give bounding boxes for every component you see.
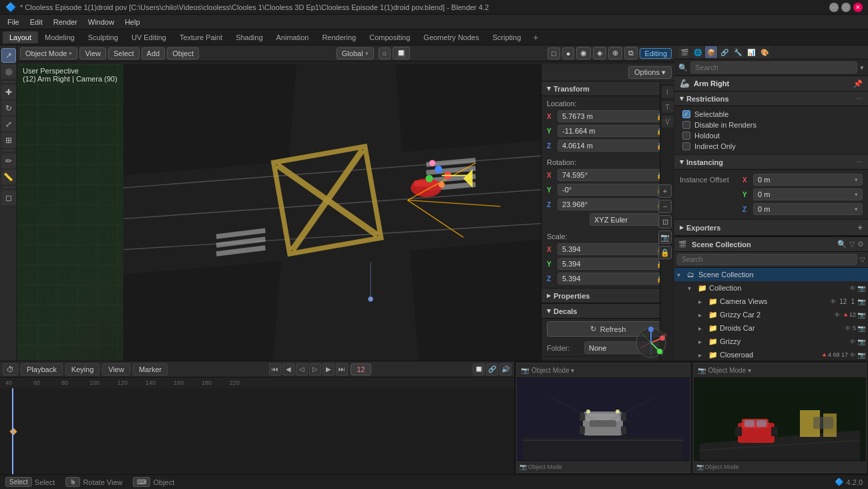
droidscar-eye-icon[interactable]: 👁 [845,325,851,332]
prop-icon-modifier[interactable]: 🔧 [732,46,744,58]
add-workspace-button[interactable]: + [527,30,544,45]
outliner-camera-views[interactable]: ▸ 📁 Camera Views 👁 12 1 📷 [674,295,868,308]
exporters-header[interactable]: ▸ Exporters + [674,220,868,236]
close-button[interactable]: ✕ [853,3,863,12]
viewport-shading-solid[interactable]: ● [562,47,575,59]
grizzycar-cam-icon[interactable]: 📷 [857,311,865,319]
menu-help[interactable]: Help [120,17,145,27]
outliner-closeroad[interactable]: ▸ 📁 Closeroad 🔺4 68 17 👁 📷 [674,348,868,361]
camviews-camera-icon[interactable]: 📷 [857,298,865,305]
location-z-input[interactable]: 4.0614 m 🔒 [558,140,669,152]
collection-hide-icon[interactable]: 👁 [849,285,856,292]
sc-settings-icon[interactable]: ⚙ [857,240,864,249]
sc-search-icon[interactable]: 🔍 [837,240,847,249]
tl-snap-btn[interactable]: 🔲 [473,363,485,375]
decals-header[interactable]: ▾ Decals ⋯ [541,304,674,319]
add-menu-button[interactable]: Add [142,47,166,59]
tab-rendering[interactable]: Rendering [315,31,363,43]
select-menu-button[interactable]: Select [108,47,140,59]
properties-options-button[interactable]: Options ▾ [628,66,672,79]
global-transform-button[interactable]: Global ▾ [337,47,374,59]
instancing-header[interactable]: ▾ Instancing ⋯ [674,155,868,170]
menu-render[interactable]: Render [49,17,82,27]
camera-preview-1[interactable]: 📷 Object Mode ▾ [516,363,690,473]
snap-button[interactable]: 🔲 [393,47,410,59]
next-frame-button[interactable]: ▶ [322,363,335,375]
scale-tool-button[interactable]: ⤢ [1,117,16,132]
grizzy-cam-icon[interactable]: 📷 [857,338,865,345]
closeroad-eye-icon[interactable]: 👁 [849,351,856,359]
object-mode-button[interactable]: Object Mode ▾ [20,47,77,59]
add-exporter-button[interactable]: + [857,222,863,232]
prop-icon-data[interactable]: 📊 [745,46,757,58]
grizzycar-eye-icon[interactable]: 👁 [834,311,841,319]
instance-offset-x-input[interactable]: 0 m ▾ [753,174,863,186]
tab-modeling[interactable]: Modeling [38,31,81,43]
indirect-only-checkbox[interactable] [682,142,690,150]
jump-start-button[interactable]: ⏮ [269,363,281,375]
side-tab-view[interactable]: V [662,116,674,128]
object-menu-button[interactable]: Object [167,47,199,59]
keying-button[interactable]: Keying [65,363,100,375]
lock-view-button[interactable]: 🔒 [658,246,672,259]
side-tab-tool[interactable]: T [662,101,674,113]
cursor-tool-button[interactable]: ◎ [1,64,16,79]
instance-offset-z-input[interactable]: 0 m ▾ [753,203,863,215]
viewport-3d[interactable]: Object Mode ▾ View Select Add Object [17,45,674,361]
timeline-icon-btn[interactable]: ⏱ [3,363,18,375]
rotation-z-input[interactable]: 23.968° 🔒 [558,198,669,210]
prop-icon-scene[interactable]: 🎬 [678,46,690,58]
scale-y-input[interactable]: 5.394 🔒 [558,258,669,270]
viewport-gizmo[interactable]: X Y Z [634,326,668,359]
cam2-footer-icon[interactable]: 📷 [696,464,704,470]
scene-collection-root[interactable]: ▾ 🗂 Scene Collection [674,268,868,281]
cam2-mode-btn[interactable]: Object Mode ▾ [708,367,751,374]
disable-renders-checkbox[interactable] [682,121,690,129]
editing-badge[interactable]: Editing [640,48,672,59]
selectable-checkbox[interactable]: ✓ [682,110,690,118]
outliner-collection[interactable]: ▾ 📁 Collection 👁 📷 [674,281,868,295]
proportional-edit-button[interactable]: ○ [379,47,391,59]
view-all-button[interactable]: ⊡ [658,215,672,228]
tab-animation[interactable]: Animation [270,31,316,43]
sc-filter-btn[interactable]: ▽ [860,256,865,263]
scale-z-input[interactable]: 5.394 🔒 [558,273,669,285]
add-cube-button[interactable]: ◻ [1,190,16,205]
scale-x-input[interactable]: 5.394 🔒 [558,243,669,255]
annotate-tool-button[interactable]: ✏ [1,154,16,168]
viewport-gizmo-toggle[interactable]: ⊕ [608,47,622,59]
prop-icon-object[interactable]: 📦 [705,46,717,58]
tab-layout[interactable]: Layout [3,31,38,43]
prev-frame-button[interactable]: ◀ [282,363,294,375]
play-reverse-button[interactable]: ◁ [296,363,308,375]
playback-button[interactable]: Playback [21,363,63,375]
prop-icon-world[interactable]: 🌐 [692,46,704,58]
outliner-droids-car[interactable]: ▸ 📁 Droids Car 👁 5 📷 [674,321,868,335]
tl-sync-btn[interactable]: 🔗 [486,363,498,375]
tab-compositing[interactable]: Compositing [363,31,417,43]
tab-sculpting[interactable]: Sculpting [81,31,125,43]
camera-view-button[interactable]: 📷 [658,230,672,244]
select-tool-button[interactable]: ↗ [1,48,16,63]
outliner-grizzy[interactable]: ▸ 📁 Grizzy 👁 📷 [674,335,868,348]
minimize-button[interactable]: ─ [829,3,839,12]
droidscar-cam-icon[interactable]: 📷 [857,325,865,332]
jump-end-button[interactable]: ⏭ [336,363,348,375]
viewport-shading-material[interactable]: ◉ [576,47,591,59]
cam1-footer-icon[interactable]: 📷 [519,464,527,470]
menu-edit[interactable]: Edit [25,17,47,27]
menu-window[interactable]: Window [83,17,119,27]
cam1-mode-btn[interactable]: Object Mode ▾ [531,367,574,374]
grizzy-eye-icon[interactable]: 👁 [849,338,856,345]
zoom-out-button[interactable]: − [658,200,672,213]
tl-audio-btn[interactable]: 🔊 [499,363,511,375]
view-menu-button[interactable]: View [79,47,106,59]
camera-preview-2[interactable]: 📷 Object Mode ▾ [693,363,867,473]
properties-header[interactable]: ▸ Properties ⋯ [541,289,674,303]
prop-icon-material[interactable]: 🎨 [758,46,771,58]
view-button[interactable]: View [102,363,130,375]
prop-icon-constraint[interactable]: 🔗 [718,46,730,58]
filter-icon[interactable]: ▾ [860,63,864,72]
rotation-x-input[interactable]: 74.595° 🔒 [558,169,669,181]
location-x-input[interactable]: 5.7673 m 🔒 [558,110,669,122]
